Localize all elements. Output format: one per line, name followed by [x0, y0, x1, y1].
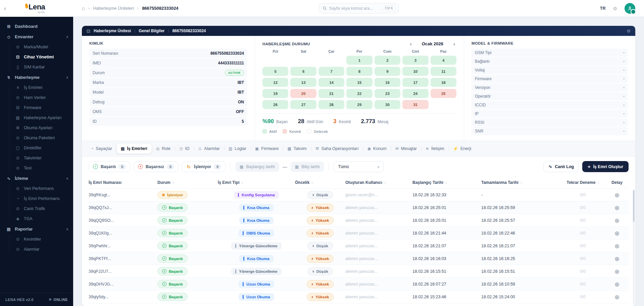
tab-io[interactable]: IO — [175, 144, 194, 154]
table-column-header[interactable]: Tekrar Deneme — [560, 180, 605, 185]
sidebar-item-sim-kartlar[interactable]: SIM Kartlar — [9, 62, 73, 72]
table-row[interactable]: 39qPKTFf... Başarılı Kısa Okuma — [89, 252, 629, 265]
sidebar-item-haberlesme-ayarlari[interactable]: Haberleşme Ayarları — [9, 113, 73, 123]
filter-chip-basarisiz[interactable]: Başarısız 0 — [134, 161, 179, 172]
sidebar-item-is-emirleri[interactable]: İş Emirleri — [9, 83, 73, 93]
dot-icon — [15, 247, 20, 252]
tab-alarmlar[interactable]: Alarmlar — [194, 144, 224, 154]
work-order-type-badge: Yönerge Güncelleme — [231, 268, 281, 275]
creator-cell: alieren.yavuzas... — [345, 218, 412, 223]
table-column-header[interactable]: Durum — [157, 180, 218, 185]
detail-eye-icon[interactable] — [615, 294, 619, 300]
table-row[interactable]: 39qRKsgt... İşleniyor Konfig Sorgulama — [89, 189, 629, 201]
table-row[interactable]: 39qQQ7xJ... Başarılı Kısa Okuma — [89, 201, 629, 214]
table-column-header[interactable]: Başlangıç Tarihi — [412, 180, 481, 185]
next-month-icon[interactable] — [453, 41, 455, 46]
live-log-button[interactable]: Canlı Log — [543, 161, 579, 172]
tab-loglar[interactable]: Loglar — [224, 144, 251, 154]
sidebar-item-dashboard[interactable]: Dashboard — [0, 21, 73, 32]
tab-sayaclar[interactable]: Sayaçlar — [87, 144, 116, 154]
table-scrollbar[interactable] — [633, 190, 635, 304]
tab-enerji[interactable]: Enerji — [449, 144, 476, 154]
tab-role[interactable]: Role — [152, 144, 175, 154]
prev-month-icon[interactable] — [410, 41, 412, 46]
detail-eye-icon[interactable] — [615, 282, 619, 287]
theme-sun-icon[interactable] — [612, 5, 618, 12]
language-toggle[interactable]: TR — [600, 6, 606, 11]
tab-iletisim[interactable]: İletişim — [421, 144, 449, 154]
sidebar-group-raporlar[interactable]: Raporlar — [0, 224, 73, 234]
sidebar-item-okuma-ayarlari[interactable]: Okuma Ayarları — [9, 123, 73, 133]
filter-chip-isleniyor[interactable]: İşleniyor 0 — [182, 161, 226, 172]
table-row[interactable]: 39qQQ9SO... Başarılı Kısa Okuma — [89, 214, 629, 227]
tab-mesajlar[interactable]: Mesajlar — [391, 144, 421, 154]
legend-label: Gelecek — [314, 130, 328, 134]
sidebar-item-alarmlar[interactable]: Alarmlar — [9, 244, 73, 254]
detail-eye-icon[interactable] — [615, 231, 619, 236]
breadcrumb-current: 866755082333024 — [142, 6, 178, 11]
sidebar-item-is-emri-performans[interactable]: İş Emri Performans — [9, 194, 73, 204]
table-column-header[interactable]: İş Emri Numarası — [89, 180, 157, 185]
table-row[interactable]: 39qPJ2U7... Başarılı Yönerge Güncelleme — [89, 265, 629, 278]
table-row[interactable]: 39qly5dy... Başarılı Uzun Okuma — [89, 291, 629, 303]
filter-chip-basarili[interactable]: Başarılı 0 — [89, 161, 130, 172]
sidebar-item-direktifler[interactable]: Direktifler — [9, 143, 73, 153]
table-column-header[interactable]: Oluşturan Kullanıcı — [345, 180, 412, 185]
scrollbar-thumb[interactable] — [633, 190, 635, 222]
tab-saha-operasyonlari[interactable]: Saha Operasyonları — [311, 144, 363, 154]
sidebar-item-okuma-paketleri[interactable]: Okuma Paketleri — [9, 133, 73, 143]
sidebar-item-firmware[interactable]: Firmware — [9, 103, 73, 113]
status-cell: Başarılı — [157, 216, 218, 224]
table-row[interactable]: 39qPwhhr... Başarılı Yönerge Güncelleme — [89, 240, 629, 252]
sidebar-group-izleme[interactable]: İzleme — [0, 173, 73, 184]
sidebar-group-envanter[interactable]: Envanter — [0, 32, 73, 42]
sidebar-item-cihaz-yonetimi[interactable]: Cihaz Yönetimi — [9, 52, 73, 62]
detail-cell — [605, 294, 629, 300]
detail-eye-icon[interactable] — [615, 192, 619, 198]
sidebar-item-kesintiler[interactable]: Kesintiler — [9, 234, 73, 244]
card-serial: 866755082333024 — [172, 29, 206, 33]
tab-firmware[interactable]: Firmware — [251, 144, 283, 154]
work-order-type-badge: Uzun Okuma — [239, 293, 274, 301]
tab-is-emirleri[interactable]: İş Emirleri — [116, 144, 152, 154]
table-row[interactable]: 39qOHVJG... Başarılı Uzun Okuma — [89, 278, 629, 291]
gear-icon[interactable] — [627, 28, 631, 34]
detail-cell — [605, 218, 629, 223]
status-label: Başarılı — [169, 218, 183, 222]
creator-cell: alieren.yavuzas... — [345, 282, 412, 287]
sidebar-item-marka-model[interactable]: Marka/Model — [9, 42, 73, 52]
avatar[interactable] — [625, 3, 635, 14]
search-input[interactable] — [329, 6, 380, 11]
breadcrumb-link[interactable]: Haberleşme Üniteleri — [93, 6, 134, 11]
sidebar-item-takvimler[interactable]: Takvimler — [9, 153, 73, 163]
tab-label: IO — [185, 146, 189, 151]
end-date-input[interactable]: Bitiş tarihi — [291, 162, 324, 172]
sidebar-item-canli-trafik[interactable]: Canlı Trafik — [9, 204, 73, 214]
global-search[interactable]: Ctrl K — [319, 3, 399, 13]
status-cell: Başarılı — [157, 203, 218, 212]
home-icon[interactable] — [82, 5, 85, 11]
table-column-header[interactable]: Tamamlanma Tarihi — [481, 180, 560, 185]
detail-eye-icon[interactable] — [615, 205, 619, 210]
table-column-header[interactable]: Detay — [605, 180, 629, 185]
type-filter-dropdown[interactable]: Tümü — [334, 161, 384, 172]
table-row[interactable]: 39qQ1K0g... Başarılı OBIS Okuma — [89, 227, 629, 240]
mf-row-value: - — [623, 59, 625, 64]
start-date-input[interactable]: Başlangıç tarihi — [235, 162, 279, 172]
sidebar-group-haberlesme[interactable]: Haberleşme — [0, 72, 73, 83]
divider — [230, 163, 231, 171]
tab-konum[interactable]: Konum — [363, 144, 391, 154]
sidebar-item-tga[interactable]: TGA — [9, 214, 73, 224]
sidebar-item-veri-performans[interactable]: Veri Performans — [9, 184, 73, 194]
detail-eye-icon[interactable] — [615, 243, 619, 249]
table-column-header[interactable]: Öncelik — [295, 180, 345, 185]
sidebar-collapse-icon[interactable] — [4, 5, 6, 12]
detail-eye-icon[interactable] — [615, 218, 619, 223]
tab-takvim[interactable]: Takvim — [283, 144, 311, 154]
sidebar-item-test[interactable]: Test — [9, 163, 73, 173]
create-work-order-button[interactable]: İş Emri Oluştur — [582, 161, 629, 172]
table-column-header[interactable]: İş Emri Tipi — [218, 180, 295, 185]
sidebar-item-ham-veriler[interactable]: Ham Veriler — [9, 93, 73, 103]
detail-eye-icon[interactable] — [615, 269, 619, 274]
detail-eye-icon[interactable] — [615, 256, 619, 261]
